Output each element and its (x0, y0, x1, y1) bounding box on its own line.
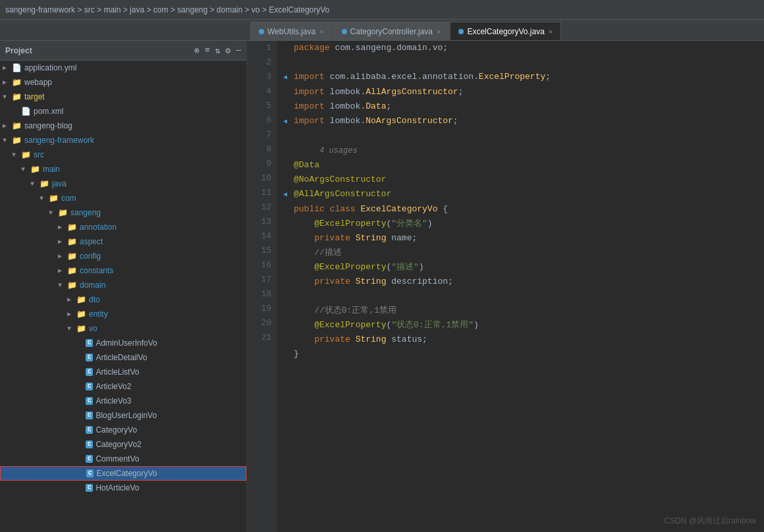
tab-dot (259, 29, 264, 34)
tree-item-application.yml[interactable]: ▶📄application.yml (0, 61, 246, 75)
tree-item-aspect[interactable]: ▶📁aspect (0, 234, 246, 249)
folder-icon: 📁 (30, 165, 40, 174)
tree-label: ExcelCategoryVo (96, 469, 157, 478)
tab-webutilsjava[interactable]: WebUtils.java× (250, 22, 333, 40)
close-icon[interactable]: — (236, 45, 241, 56)
tree-item-commentvo[interactable]: CCommentVo (0, 452, 246, 466)
tree-item-articlelistvo[interactable]: CArticleListVo (0, 365, 246, 379)
line-number: 5 (252, 99, 271, 113)
code-line: @ExcelProperty("分类名") (283, 217, 757, 231)
folder-icon: 📁 (67, 266, 77, 276)
tree-item-excelcategoryvo[interactable]: CExcelCategoryVo (0, 466, 246, 481)
sidebar[interactable]: Project ⊕ ≡ ⇅ ⚙ — ▶📄application.yml▶📁web… (0, 41, 247, 532)
sync-icon[interactable]: ⊕ (194, 45, 200, 56)
tree-label: config (80, 252, 101, 261)
tree-label: src (34, 150, 44, 159)
class-icon: C (86, 354, 93, 361)
top-bar: sangeng-framework > src > main > java > … (0, 0, 764, 20)
editor[interactable]: 123456789101112131415161718192021 packag… (247, 41, 764, 532)
code-line: //状态0:正常,1禁用 (283, 304, 757, 318)
sort-icon[interactable]: ⇅ (215, 45, 221, 56)
token-ann: @NoArgsConstructor (294, 174, 386, 184)
line-number: 16 (252, 258, 271, 273)
token-type (325, 204, 330, 214)
folder-icon: 📁 (58, 208, 68, 218)
tree-item-main[interactable]: ▼📁main (0, 162, 246, 176)
token-type: } (294, 349, 299, 359)
main-content: Project ⊕ ≡ ⇅ ⚙ — ▶📄application.yml▶📁web… (0, 41, 764, 532)
tree-item-articlevo2[interactable]: CArticleVo2 (0, 379, 246, 394)
token-str: "分类名" (391, 219, 427, 228)
class-icon: C (86, 455, 93, 463)
tree-label: ArticleDetailVo (96, 353, 147, 362)
line-number: 9 (252, 157, 271, 171)
collapse-icon[interactable]: ≡ (205, 45, 210, 56)
folder-icon: 📁 (67, 237, 77, 247)
settings-icon[interactable]: ⚙ (225, 45, 231, 56)
token-ann: @ExcelProperty (314, 219, 386, 228)
tree-arrow: ▶ (3, 122, 12, 130)
tree-item-config[interactable]: ▶📁config (0, 249, 246, 263)
tree-item-domain[interactable]: ▼📁domain (0, 278, 246, 292)
class-icon: C (86, 412, 93, 419)
tree-item-categoryvo[interactable]: CCategoryVo (0, 423, 246, 437)
token-cls: ExcelProperty (479, 72, 545, 82)
code-line: @ExcelProperty("状态0:正常,1禁用") (283, 318, 757, 332)
token-type: name; (386, 233, 417, 243)
class-icon: C (86, 469, 94, 477)
tree-item-src[interactable]: ▼📁src (0, 147, 246, 162)
line-number: 1 (252, 41, 271, 55)
token-kw: class (330, 204, 356, 214)
tab-close-btn[interactable]: × (549, 28, 553, 36)
line-number: 4 (252, 84, 271, 99)
tree-item-categoryvo2[interactable]: CCategoryVo2 (0, 437, 246, 452)
token-pkg: ; (453, 116, 458, 126)
folder-icon: 📁 (12, 78, 22, 88)
tree-item-entity[interactable]: ▶📁entity (0, 307, 246, 321)
tree-item-com[interactable]: ▼📁com (0, 191, 246, 205)
token-type (294, 233, 314, 243)
tree-item-sangeng[interactable]: ▼📁sangeng (0, 205, 246, 220)
token-kw: private (314, 334, 350, 344)
code-line: //描述 (283, 246, 757, 260)
token-type: status; (386, 334, 427, 344)
tree-arrow: ▶ (3, 78, 12, 86)
tree-item-articlevo3[interactable]: CArticleVo3 (0, 394, 246, 408)
tree-arrow: ▼ (12, 151, 21, 159)
tree-item-hotarticlevo[interactable]: CHotArticleVo (0, 481, 246, 495)
tree-item-adminuserinfovo[interactable]: CAdminUserInfoVo (0, 336, 246, 350)
tree-item-sangeng-framework[interactable]: ▼📁sangeng-framework (0, 133, 246, 147)
token-ann: @ExcelProperty (314, 320, 386, 330)
tree-arrow: ▶ (58, 252, 67, 260)
tree-item-webapp[interactable]: ▶📁webapp (0, 75, 246, 90)
tree-item-target[interactable]: ▼📁target (0, 90, 246, 104)
tree-item-java[interactable]: ▼📁java (0, 176, 246, 191)
file-icon: 📄 (12, 63, 22, 73)
token-pkg: com.alibaba.excel.annotation. (325, 72, 479, 82)
tree-item-annotation[interactable]: ▶📁annotation (0, 220, 246, 234)
token-ann: @ExcelProperty (314, 262, 386, 272)
tree-item-constants[interactable]: ▶📁constants (0, 263, 246, 278)
tree-arrow: ▼ (30, 180, 40, 188)
token-kw: public (294, 204, 325, 214)
line-number: 13 (252, 215, 271, 229)
tree-item-pom.xml[interactable]: 📄pom.xml (0, 104, 246, 119)
tab-close-btn[interactable]: × (319, 28, 323, 36)
tree-label: java (52, 179, 67, 188)
gutter-icon: ◀ (283, 70, 292, 85)
tab-close-btn[interactable]: × (437, 28, 441, 36)
tree-label: ArticleVo3 (96, 396, 131, 406)
tree-item-articledetailvo[interactable]: CArticleDetailVo (0, 350, 246, 365)
tree-item-dto[interactable]: ▶📁dto (0, 292, 246, 307)
code-line (283, 55, 757, 70)
line-numbers: 123456789101112131415161718192021 (247, 41, 277, 532)
tree-arrow: ▶ (58, 223, 67, 231)
class-icon: C (86, 383, 93, 390)
line-number: 21 (252, 331, 271, 345)
tab-categorycontroller[interactable]: CategoryController.java× (333, 22, 450, 40)
tab-excelcategoryvo[interactable]: ExcelCategoryVo.java× (450, 22, 561, 40)
tree-item-sangeng-blog[interactable]: ▶📁sangeng-blog (0, 119, 246, 133)
tree-item-vo[interactable]: ▼📁vo (0, 321, 246, 336)
tree-item-bloguserloginvo[interactable]: CBlogUserLoginVo (0, 408, 246, 423)
code-line: import lombok.Data; (283, 99, 757, 114)
